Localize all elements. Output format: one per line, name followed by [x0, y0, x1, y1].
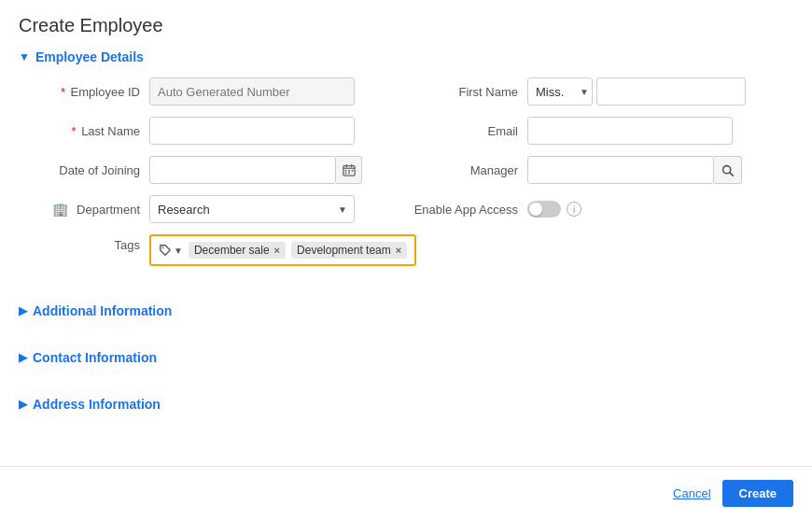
address-info-toggle[interactable]: ▶ Address Information — [19, 386, 793, 423]
department-label: 🏢 Department — [28, 202, 140, 217]
date-joining-group: Date of Joining 22/11/2016 — [28, 156, 406, 184]
form-row-2: * Last Name Desailly Email stelladesaily… — [28, 117, 784, 145]
calendar-icon[interactable] — [336, 156, 362, 184]
manager-search-button[interactable] — [714, 156, 742, 184]
email-label: Email — [406, 124, 518, 138]
tag-icon-button[interactable]: ▼ — [159, 244, 183, 257]
required-star: * — [61, 85, 65, 99]
page-title: Create Employee — [19, 15, 793, 36]
calendar-svg — [343, 163, 356, 176]
first-name-input[interactable]: Stella — [596, 77, 746, 105]
first-name-label: First Name — [406, 85, 518, 99]
date-joining-input[interactable]: 22/11/2016 — [149, 156, 336, 184]
department-select-wrapper: Research HR Finance Engineering Marketin… — [149, 195, 355, 223]
tag-remove-development[interactable]: × — [396, 245, 401, 256]
employee-id-input[interactable] — [149, 77, 355, 105]
contact-info-section: ▶ Contact Information — [19, 339, 793, 376]
enable-app-access-label: Enable App Access — [406, 203, 518, 217]
department-building-icon: 🏢 — [52, 202, 68, 217]
tags-label: Tags — [28, 234, 140, 252]
svg-rect-8 — [348, 173, 350, 175]
address-info-label: Address Information — [33, 397, 161, 412]
department-select[interactable]: Research HR Finance Engineering Marketin… — [149, 195, 355, 223]
svg-rect-5 — [348, 170, 350, 172]
svg-rect-6 — [351, 170, 353, 172]
last-name-input[interactable]: Desailly — [149, 117, 355, 145]
tag-dropdown-arrow: ▼ — [174, 246, 183, 256]
create-button[interactable]: Create — [722, 480, 793, 507]
chevron-right-icon-address: ▶ — [19, 398, 27, 411]
department-group: 🏢 Department Research HR Finance Enginee… — [28, 195, 406, 223]
title-select-wrapper: Miss. Mr. Mrs. Dr. ▼ — [527, 77, 596, 105]
form-row-3: Date of Joining 22/11/2016 — [28, 156, 784, 184]
additional-info-section: ▶ Additional Information — [19, 292, 793, 330]
employee-id-label: * Employee ID — [28, 85, 140, 99]
svg-line-10 — [730, 172, 733, 175]
tag-chip-december: December sale × — [189, 242, 286, 259]
form-row-4: 🏢 Department Research HR Finance Enginee… — [28, 195, 784, 223]
form-row-1: * Employee ID First Name Miss. Mr. Mrs. … — [28, 77, 784, 105]
date-joining-label: Date of Joining — [28, 163, 140, 177]
manager-input[interactable]: Diane R. Westra — [527, 156, 714, 184]
manager-group: Manager Diane R. Westra — [406, 156, 784, 184]
title-select[interactable]: Miss. Mr. Mrs. Dr. — [527, 77, 593, 105]
last-name-group: * Last Name Desailly — [28, 117, 406, 145]
employee-id-group: * Employee ID — [28, 77, 406, 105]
toggle-knob — [529, 203, 542, 216]
svg-rect-7 — [344, 173, 346, 175]
last-name-label: * Last Name — [28, 124, 140, 138]
manager-label: Manager — [406, 163, 518, 177]
chevron-down-icon: ▼ — [19, 50, 30, 63]
form-footer: Cancel Create — [0, 466, 812, 520]
chevron-right-icon-contact: ▶ — [19, 351, 27, 364]
tag-icon — [159, 244, 172, 257]
email-group: Email stelladesaily@berijam.com — [406, 117, 784, 145]
svg-point-11 — [162, 247, 164, 249]
tags-row: Tags ▼ December sale × — [28, 234, 784, 266]
contact-info-label: Contact Information — [33, 350, 157, 365]
employee-details-section: ▼ Employee Details * Employee ID First N… — [19, 49, 793, 292]
additional-info-label: Additional Information — [33, 303, 172, 318]
tag-remove-december[interactable]: × — [274, 245, 280, 256]
cancel-button[interactable]: Cancel — [673, 486, 710, 500]
svg-rect-4 — [344, 170, 346, 172]
employee-details-toggle[interactable]: ▼ Employee Details — [19, 49, 793, 64]
tag-chip-development: Development team × — [291, 242, 407, 259]
employee-details-label: Employee Details — [35, 49, 144, 64]
date-input-wrapper: 22/11/2016 — [149, 156, 362, 184]
manager-input-wrapper: Diane R. Westra — [527, 156, 742, 184]
contact-info-toggle[interactable]: ▶ Contact Information — [19, 339, 793, 376]
first-name-group: First Name Miss. Mr. Mrs. Dr. ▼ Stella — [406, 77, 784, 105]
tags-box[interactable]: ▼ December sale × Development team × — [149, 234, 416, 266]
title-and-first-name: Miss. Mr. Mrs. Dr. ▼ Stella — [527, 77, 746, 105]
required-star-2: * — [71, 124, 76, 138]
search-icon — [721, 164, 734, 176]
enable-app-access-group: Enable App Access i — [406, 201, 784, 218]
email-input[interactable]: stelladesaily@berijam.com — [527, 117, 733, 145]
enable-app-access-toggle-wrapper: i — [527, 201, 581, 218]
additional-info-toggle[interactable]: ▶ Additional Information — [19, 292, 793, 330]
info-icon[interactable]: i — [567, 202, 581, 217]
employee-details-content: * Employee ID First Name Miss. Mr. Mrs. … — [19, 77, 793, 292]
chevron-right-icon-additional: ▶ — [19, 304, 27, 317]
address-info-section: ▶ Address Information — [19, 386, 793, 423]
enable-app-access-toggle[interactable] — [527, 201, 561, 218]
